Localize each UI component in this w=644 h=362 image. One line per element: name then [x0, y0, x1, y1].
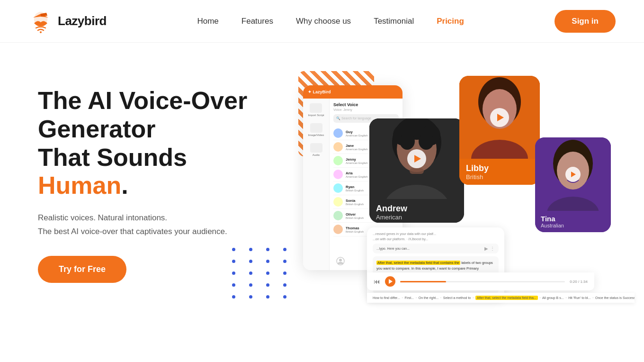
scroll-highlight: After that, select the metadata field th…: [475, 296, 538, 300]
main-nav: Home Features Why choose us Testimonial …: [197, 17, 464, 26]
voice-card-andrew: Andrew American: [369, 118, 464, 223]
svg-point-9: [400, 133, 415, 150]
andrew-name: Andrew: [376, 204, 457, 214]
section-simple: Voice-over gets simple. Easily get your …: [0, 327, 644, 362]
svg-point-0: [40, 31, 42, 33]
voice-card-libby: Libby British: [459, 76, 540, 185]
logo: Lazybird: [28, 9, 107, 34]
progress-track[interactable]: [400, 281, 565, 282]
logo-text: Lazybird: [58, 14, 107, 28]
logo-icon: [28, 9, 53, 34]
nav-home[interactable]: Home: [197, 17, 218, 26]
sidebar-item-image: Image/Video: [308, 123, 324, 136]
hero-title: The AI Voice-Over Generator That Sounds …: [38, 87, 284, 200]
hero-section: The AI Voice-Over Generator That Sounds …: [0, 43, 644, 327]
dot: [283, 283, 286, 287]
play-pause-button[interactable]: [385, 276, 395, 287]
nav-pricing[interactable]: Pricing: [437, 17, 464, 26]
nav-features[interactable]: Features: [242, 17, 273, 26]
play-button-tina[interactable]: [565, 167, 581, 182]
play-button-libby[interactable]: [490, 108, 509, 127]
select-voice-label: Select Voice: [333, 102, 399, 107]
dot: [249, 283, 252, 287]
svg-rect-18: [485, 142, 514, 159]
hero-text-block: The AI Voice-Over Generator That Sounds …: [38, 87, 284, 283]
highlighted-text: After that, select the metadata field th…: [376, 261, 460, 265]
tina-name: Tina: [541, 215, 605, 223]
sidebar-item-import: Import Script: [308, 103, 324, 117]
svg-rect-12: [410, 168, 424, 174]
nav-why-choose-us[interactable]: Why choose us: [296, 17, 351, 26]
dot: [249, 295, 252, 299]
scroll-text-content: How to find differ... · First... · On th…: [373, 296, 629, 299]
app-sidebar: Import Script Image/Video Audio: [303, 99, 330, 270]
context-row-1: ...lypo. Here you can... ▶ ⋮: [373, 244, 499, 253]
nav-testimonial[interactable]: Testimonial: [374, 17, 414, 26]
hero-visuals: ✦ LazyBird Import Script Image/Video Aud: [275, 71, 616, 299]
dot: [232, 295, 235, 299]
signin-button[interactable]: Sign in: [555, 10, 616, 33]
svg-point-2: [339, 259, 342, 262]
dot: [266, 283, 269, 287]
voice-card-tina: Tina Australian: [535, 137, 611, 232]
app-header-bar: ✦ LazyBird: [303, 85, 402, 99]
try-for-free-button[interactable]: Try for Free: [38, 256, 126, 283]
dot: [232, 283, 235, 287]
libby-accent: British: [466, 173, 533, 181]
svg-point-10: [419, 133, 434, 150]
prev-button[interactable]: ⏮: [374, 278, 380, 285]
sidebar-item-audio: Audio: [310, 143, 322, 156]
hero-subtitle: Realistic voices. Natural intonations. T…: [38, 211, 284, 239]
scroll-text-bar: How to find differ... · First... · On th…: [367, 293, 635, 303]
user-icon[interactable]: [336, 257, 345, 267]
libby-name: Libby: [466, 163, 533, 173]
tina-accent: Australian: [541, 223, 605, 228]
player-time: 0:20 / 1:34: [570, 280, 588, 284]
play-button-andrew[interactable]: [407, 149, 426, 168]
player-bar: ⏮ 0:20 / 1:34: [367, 272, 594, 290]
dot: [283, 295, 286, 299]
andrew-accent: American: [376, 214, 457, 221]
header: Lazybird Home Features Why choose us Tes…: [0, 0, 644, 43]
dot: [266, 295, 269, 299]
